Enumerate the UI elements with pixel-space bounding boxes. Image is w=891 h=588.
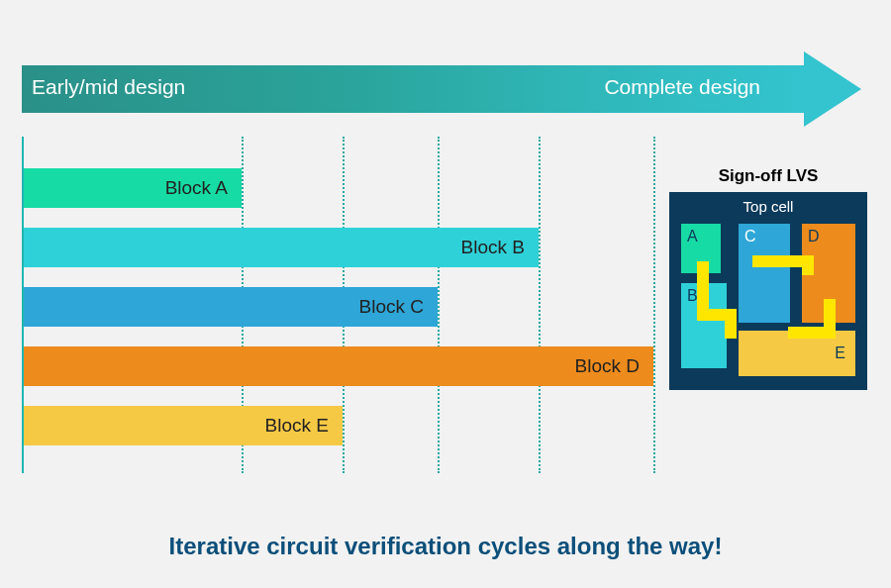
signoff-panel: Sign-off LVS Top cell A B C D E [669, 166, 867, 390]
arrow-head-icon [804, 51, 861, 127]
cell-c-label: C [744, 228, 756, 245]
block-a-bar: Block A [24, 168, 242, 208]
timeline-arrow: Early/mid design Complete design [22, 51, 869, 127]
signoff-title: Sign-off LVS [669, 166, 867, 186]
block-c-bar: Block C [24, 287, 438, 327]
cell-d-label: D [808, 228, 820, 245]
block-d-label: Block D [575, 355, 640, 377]
block-b-bar: Block B [24, 228, 539, 267]
block-e-label: Block E [265, 415, 329, 437]
block-d-bar: Block D [24, 346, 653, 386]
block-a-label: Block A [165, 177, 228, 199]
timeline-vline [539, 137, 541, 473]
cell-c: C [739, 224, 790, 323]
connector-icon [802, 255, 814, 275]
signoff-subtitle: Top cell [669, 192, 867, 215]
timeline-vline [653, 137, 655, 473]
diagram-root: Early/mid design Complete design Block A… [0, 0, 891, 588]
arrow-label-complete: Complete design [604, 75, 760, 99]
cell-a-label: A [687, 228, 698, 245]
connector-icon [788, 327, 836, 339]
caption: Iterative circuit verification cycles al… [0, 533, 891, 560]
timeline-vline [438, 137, 440, 473]
block-b-label: Block B [461, 237, 525, 258]
connector-icon [725, 309, 737, 339]
cell-e-label: E [835, 344, 845, 362]
block-e-bar: Block E [24, 406, 343, 445]
bars-region: Block ABlock BBlock CBlock DBlock E [22, 158, 655, 475]
block-c-label: Block C [359, 296, 424, 318]
arrow-label-early: Early/mid design [32, 75, 185, 99]
signoff-box: Top cell A B C D E [669, 192, 867, 390]
